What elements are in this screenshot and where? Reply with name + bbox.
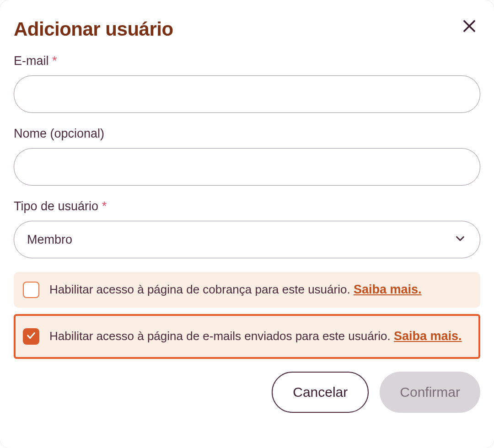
user-type-value: Membro — [27, 233, 72, 247]
dialog-header: Adicionar usuário — [14, 14, 480, 54]
email-label: E-mail * — [14, 54, 480, 68]
email-access-row: Habilitar acesso à página de e-mails env… — [14, 314, 480, 359]
name-input[interactable] — [14, 148, 480, 186]
required-indicator: * — [102, 199, 107, 213]
add-user-dialog: Adicionar usuário E-mail * Nome (opciona… — [0, 0, 494, 448]
user-type-label-text: Tipo de usuário — [14, 199, 98, 213]
name-group: Nome (opcional) — [14, 127, 480, 186]
email-input[interactable] — [14, 75, 480, 113]
user-type-label: Tipo de usuário * — [14, 199, 480, 213]
billing-access-row: Habilitar acesso à página de cobrança pa… — [14, 272, 480, 308]
user-type-select[interactable]: Membro — [14, 221, 480, 258]
billing-access-text-wrap: Habilitar acesso à página de cobrança pa… — [49, 280, 421, 299]
dialog-footer: Cancelar Confirmar — [14, 372, 480, 413]
confirm-button[interactable]: Confirmar — [380, 372, 480, 413]
cancel-button[interactable]: Cancelar — [272, 372, 369, 413]
close-button[interactable] — [458, 16, 480, 37]
email-group: E-mail * — [14, 54, 480, 113]
check-icon — [26, 331, 36, 342]
billing-access-checkbox[interactable] — [23, 282, 39, 298]
billing-access-text: Habilitar acesso à página de cobrança pa… — [49, 283, 350, 296]
email-access-text: Habilitar acesso à página de e-mails env… — [49, 329, 391, 343]
billing-learn-more-link[interactable]: Saiba mais. — [354, 283, 422, 296]
email-access-checkbox[interactable] — [23, 328, 39, 345]
email-access-text-wrap: Habilitar acesso à página de e-mails env… — [49, 327, 462, 346]
required-indicator: * — [52, 54, 57, 68]
chevron-down-icon — [453, 232, 467, 247]
close-icon — [461, 17, 478, 36]
name-label: Nome (opcional) — [14, 127, 480, 141]
email-learn-more-link[interactable]: Saiba mais. — [394, 329, 462, 343]
dialog-title: Adicionar usuário — [14, 18, 173, 40]
email-label-text: E-mail — [14, 54, 49, 68]
user-type-group: Tipo de usuário * Membro — [14, 199, 480, 258]
